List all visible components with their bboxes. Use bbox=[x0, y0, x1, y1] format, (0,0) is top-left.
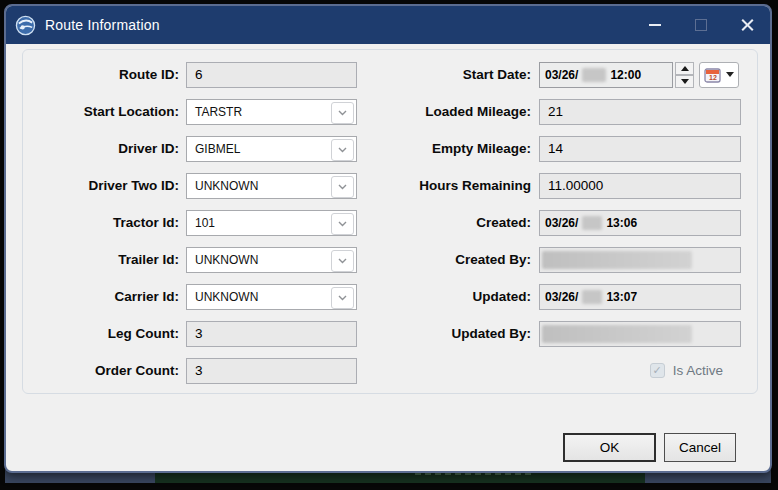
carrier-id-row: Carrier Id: UNKNOWN bbox=[23, 278, 365, 315]
carrier-id-value: UNKNOWN bbox=[195, 290, 258, 304]
route-id-row: Route ID: 6 bbox=[23, 56, 365, 93]
updated-row: Updated: 03/26/ 13:07 bbox=[371, 278, 743, 315]
created-time: 13:06 bbox=[606, 216, 637, 230]
order-count-field[interactable]: 3 bbox=[186, 358, 357, 384]
route-information-dialog: Route Information Route ID: 6 Start Loca… bbox=[4, 4, 772, 473]
updated-by-row: Updated By: bbox=[371, 315, 743, 352]
maximize-icon bbox=[695, 19, 707, 31]
leg-count-label: Leg Count: bbox=[23, 326, 179, 341]
redacted-year bbox=[582, 216, 602, 230]
calendar-picker-button[interactable]: 12 bbox=[699, 62, 739, 88]
redacted-year bbox=[582, 68, 606, 82]
loaded-mileage-row: Loaded Mileage: 21 bbox=[371, 93, 743, 130]
close-button[interactable] bbox=[724, 6, 770, 44]
start-date-time: 12:00 bbox=[610, 68, 641, 82]
trailer-id-row: Trailer Id: UNKNOWN bbox=[23, 241, 365, 278]
driver-two-id-combobox[interactable]: UNKNOWN bbox=[186, 173, 357, 199]
ok-button[interactable]: OK bbox=[563, 433, 656, 462]
driver-id-row: Driver ID: GIBMEL bbox=[23, 130, 365, 167]
loaded-mileage-field[interactable]: 21 bbox=[539, 99, 741, 125]
updated-time: 13:07 bbox=[606, 290, 637, 304]
updated-field: 03/26/ 13:07 bbox=[539, 284, 741, 310]
driver-id-value: GIBMEL bbox=[195, 142, 240, 156]
svg-text:12: 12 bbox=[709, 74, 717, 81]
chevron-down-icon[interactable] bbox=[331, 176, 354, 198]
updated-label: Updated: bbox=[371, 289, 531, 304]
dropdown-arrow-icon bbox=[726, 72, 734, 77]
chevron-down-icon[interactable] bbox=[331, 102, 354, 124]
route-id-field[interactable]: 6 bbox=[186, 62, 357, 88]
driver-two-id-row: Driver Two ID: UNKNOWN bbox=[23, 167, 365, 204]
created-by-label: Created By: bbox=[371, 252, 531, 267]
redacted-year bbox=[582, 290, 602, 304]
spinner-up-button[interactable] bbox=[675, 62, 694, 75]
driver-two-id-label: Driver Two ID: bbox=[23, 178, 179, 193]
fields-groupbox: Route ID: 6 Start Location: TARSTR Drive… bbox=[22, 49, 758, 394]
start-date-control: 03/26/ 12:00 12 bbox=[539, 62, 739, 88]
empty-mileage-field[interactable]: 14 bbox=[539, 136, 741, 162]
carrier-id-combobox[interactable]: UNKNOWN bbox=[186, 284, 357, 310]
driver-id-label: Driver ID: bbox=[23, 141, 179, 156]
start-date-spinner bbox=[675, 62, 694, 88]
redacted-user-name bbox=[542, 251, 692, 269]
close-icon bbox=[741, 19, 754, 32]
chevron-down-icon[interactable] bbox=[331, 287, 354, 309]
tractor-id-row: Tractor Id: 101 bbox=[23, 204, 365, 241]
hours-remaining-field[interactable]: 11.00000 bbox=[539, 173, 741, 199]
created-by-row: Created By: bbox=[371, 241, 743, 278]
is-active-label: Is Active bbox=[673, 363, 723, 378]
checkmark-icon: ✓ bbox=[653, 365, 662, 376]
left-column: Route ID: 6 Start Location: TARSTR Drive… bbox=[23, 56, 365, 389]
calendar-icon: 12 bbox=[704, 67, 721, 83]
start-location-label: Start Location: bbox=[23, 104, 179, 119]
start-date-date: 03/26/ bbox=[545, 68, 578, 82]
tractor-id-value: 101 bbox=[195, 216, 215, 230]
created-by-field bbox=[539, 247, 741, 273]
app-logo-icon bbox=[15, 15, 36, 36]
carrier-id-label: Carrier Id: bbox=[23, 289, 179, 304]
arrow-down-icon bbox=[681, 79, 689, 84]
window-controls bbox=[632, 6, 770, 44]
created-field: 03/26/ 13:06 bbox=[539, 210, 741, 236]
start-location-row: Start Location: TARSTR bbox=[23, 93, 365, 130]
updated-by-label: Updated By: bbox=[371, 326, 531, 341]
cancel-button[interactable]: Cancel bbox=[664, 433, 736, 462]
minimize-button[interactable] bbox=[632, 6, 678, 44]
route-id-label: Route ID: bbox=[23, 67, 179, 82]
updated-by-field bbox=[539, 321, 741, 347]
driver-two-id-value: UNKNOWN bbox=[195, 179, 258, 193]
arrow-up-icon bbox=[681, 66, 689, 71]
leg-count-field[interactable]: 3 bbox=[186, 321, 357, 347]
chevron-down-icon[interactable] bbox=[331, 139, 354, 161]
trailer-id-value: UNKNOWN bbox=[195, 253, 258, 267]
order-count-row: Order Count: 3 bbox=[23, 352, 365, 389]
order-count-label: Order Count: bbox=[23, 363, 179, 378]
spinner-down-button[interactable] bbox=[675, 75, 694, 88]
chevron-down-icon[interactable] bbox=[331, 213, 354, 235]
driver-id-combobox[interactable]: GIBMEL bbox=[186, 136, 357, 162]
tractor-id-combobox[interactable]: 101 bbox=[186, 210, 357, 236]
start-location-value: TARSTR bbox=[195, 105, 242, 119]
start-date-field[interactable]: 03/26/ 12:00 bbox=[539, 62, 673, 88]
created-row: Created: 03/26/ 13:06 bbox=[371, 204, 743, 241]
title-bar: Route Information bbox=[6, 6, 770, 44]
tractor-id-label: Tractor Id: bbox=[23, 215, 179, 230]
chevron-down-icon[interactable] bbox=[331, 250, 354, 272]
trailer-id-combobox[interactable]: UNKNOWN bbox=[186, 247, 357, 273]
loaded-mileage-label: Loaded Mileage: bbox=[371, 104, 531, 119]
leg-count-row: Leg Count: 3 bbox=[23, 315, 365, 352]
start-date-row: Start Date: 03/26/ 12:00 bbox=[371, 56, 743, 93]
is-active-row: ✓ Is Active bbox=[371, 352, 743, 389]
window-title: Route Information bbox=[45, 17, 160, 33]
dialog-body: Route ID: 6 Start Location: TARSTR Drive… bbox=[6, 44, 770, 471]
hours-remaining-label: Hours Remaining bbox=[371, 178, 531, 193]
trailer-id-label: Trailer Id: bbox=[23, 252, 179, 267]
is-active-checkbox: ✓ bbox=[650, 363, 665, 378]
created-label: Created: bbox=[371, 215, 531, 230]
updated-date: 03/26/ bbox=[545, 290, 578, 304]
empty-mileage-label: Empty Mileage: bbox=[371, 141, 531, 156]
redacted-user-name bbox=[542, 325, 692, 343]
right-column: Start Date: 03/26/ 12:00 bbox=[371, 56, 743, 389]
start-location-combobox[interactable]: TARSTR bbox=[186, 99, 357, 125]
empty-mileage-row: Empty Mileage: 14 bbox=[371, 130, 743, 167]
